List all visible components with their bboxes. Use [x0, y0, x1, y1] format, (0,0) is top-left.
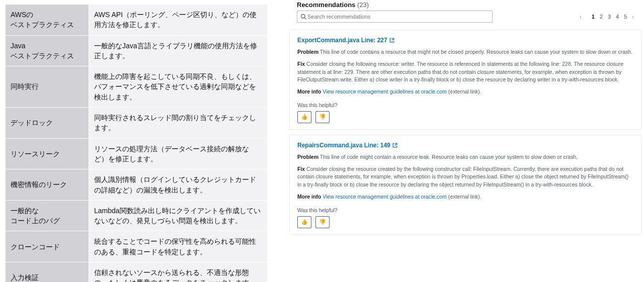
row-desc: 同時実行されるスレッド間の割り当てをチェックします。	[89, 108, 268, 139]
panel-title-text: Recommendations	[297, 1, 355, 9]
fix-label: Fix	[297, 61, 305, 67]
thumbs-up-button[interactable]: 👍	[297, 111, 311, 123]
fix-row: Fix Consider closing the resource create…	[297, 165, 633, 189]
pager-page[interactable]: 5	[624, 14, 627, 20]
fix-text: Consider closing the resource created by…	[297, 166, 628, 188]
row-desc: 信頼されないソースから送られる、不適当な形態の、もしくは悪意のあるデータをチェッ…	[89, 262, 268, 282]
file-link-text: RepairsCommand.java Line: 149	[297, 142, 390, 149]
row-desc: 機能上の障害を起こしている同期不良、もしくは、パフォーマンスを低下させている過剰…	[89, 66, 268, 108]
problem-text: This line of code might contain a resour…	[320, 154, 578, 160]
row-label: クローンコード	[6, 231, 89, 262]
file-link[interactable]: RepairsCommand.java Line: 149	[297, 142, 397, 149]
search-icon	[300, 14, 306, 20]
file-link[interactable]: ExportCommand.java Line: 227	[297, 37, 394, 44]
row-desc: Lambda関数読み出し時にクライアントを作成していないなどの、発見しづらい問題…	[89, 200, 268, 231]
table-row: 機密情報のリーク個人識別情報（ログインしているクレジットカードの詳細など）の漏洩…	[6, 169, 268, 201]
table-row: Javaベストプラクティス一般的なJava言語とライブラリ機能の使用方法を修正し…	[6, 35, 268, 66]
row-label: 機密情報のリーク	[6, 169, 89, 201]
fix-label: Fix	[297, 166, 305, 172]
thumbs: 👍👎	[297, 216, 633, 228]
thumbs-up-button[interactable]: 👍	[297, 216, 311, 228]
recommendations-panel: Recommendations (23) ‹ 12345 › ExportCom…	[289, 0, 641, 240]
moreinfo-link[interactable]: View resource management guidelines at o…	[323, 88, 447, 95]
problem-label: Problem	[297, 49, 318, 55]
svg-point-0	[301, 15, 305, 19]
moreinfo-label: More info	[297, 88, 321, 95]
row-label: デッドロック	[6, 108, 89, 139]
svg-line-1	[304, 18, 306, 19]
pager-page[interactable]: 4	[616, 14, 619, 20]
pager: ‹ 12345 ›	[580, 14, 634, 20]
row-label: 一般的なコード上のバグ	[6, 200, 89, 231]
table-row: リソースリークリソースの処理方法（データベース接続の解放など）を修正します。	[6, 138, 268, 169]
row-label: リソースリーク	[6, 138, 89, 169]
panel-count: (23)	[357, 1, 369, 9]
table-row: デッドロック同時実行されるスレッド間の割り当てをチェックします。	[6, 108, 268, 139]
file-link-text: ExportCommand.java Line: 227	[297, 37, 387, 44]
table-row: 一般的なコード上のバグLambda関数読み出し時にクライアントを作成していないな…	[6, 200, 268, 231]
pager-next-icon[interactable]: ›	[632, 14, 634, 20]
pager-prev-icon[interactable]: ‹	[580, 14, 582, 20]
pager-page[interactable]: 2	[600, 14, 603, 20]
helpful-label: Was this helpful?	[297, 102, 633, 108]
search-input[interactable]	[306, 13, 489, 20]
thumbs-down-button[interactable]: 👎	[315, 111, 330, 123]
thumbs-down-button[interactable]: 👎	[315, 216, 330, 228]
problem-row: Problem This line of code might contain …	[297, 153, 633, 161]
external-link-icon	[389, 38, 394, 43]
thumbs-down-icon: 👎	[319, 114, 326, 120]
row-desc: 統合することでコードの保守性を高められる可能性のある、重複コードを特定します。	[89, 231, 268, 262]
row-desc: リソースの処理方法（データベース接続の解放など）を修正します。	[89, 138, 268, 169]
fix-text: Consider closing the following resource:…	[297, 61, 623, 83]
problem-label: Problem	[297, 154, 318, 160]
helpful-label: Was this helpful?	[297, 207, 633, 213]
search-box[interactable]	[297, 11, 493, 23]
moreinfo-label: More info	[297, 194, 321, 200]
moreinfo-suffix: (external link).	[447, 194, 481, 200]
external-link-icon	[392, 143, 397, 148]
row-label: Javaベストプラクティス	[6, 35, 89, 66]
row-label: 同時実行	[6, 66, 89, 108]
moreinfo-row: More info View resource management guide…	[297, 193, 633, 201]
pager-page[interactable]: 3	[608, 14, 611, 20]
moreinfo-link[interactable]: View resource management guidelines at o…	[323, 194, 447, 200]
table-row: 同時実行機能上の障害を起こしている同期不良、もしくは、パフォーマンスを低下させて…	[6, 66, 268, 108]
moreinfo-suffix: (external link).	[447, 88, 481, 95]
problem-row: Problem This line of code contains a res…	[297, 48, 633, 56]
table-row: 入力検証信頼されないソースから送られる、不適当な形態の、もしくは悪意のあるデータ…	[6, 262, 268, 282]
best-practices-table: AWSのベストプラクティスAWS API（ポーリング、ページ区切り、など）の使用…	[5, 4, 268, 282]
moreinfo-row: More info View resource management guide…	[297, 88, 633, 96]
row-desc: 個人識別情報（ログインしているクレジットカードの詳細など）の漏洩を検出します。	[89, 169, 268, 201]
panel-title: Recommendations (23)	[297, 1, 634, 9]
problem-text: This line of code contains a resource th…	[320, 49, 632, 55]
recommendation-card: RepairsCommand.java Line: 149 Problem Th…	[289, 135, 641, 235]
row-label: 入力検証	[6, 262, 89, 282]
thumbs-down-icon: 👎	[319, 219, 326, 225]
row-label: AWSのベストプラクティス	[6, 5, 89, 36]
recommendation-card: ExportCommand.java Line: 227 Problem Thi…	[289, 30, 641, 130]
row-desc: 一般的なJava言語とライブラリ機能の使用方法を修正します。	[89, 35, 268, 66]
fix-row: Fix Consider closing the following resou…	[297, 60, 633, 84]
pager-page[interactable]: 1	[592, 14, 595, 20]
row-desc: AWS API（ポーリング、ページ区切り、など）の使用方法を修正します。	[89, 5, 268, 36]
table-row: クローンコード統合することでコードの保守性を高められる可能性のある、重複コードを…	[6, 231, 268, 262]
thumbs-up-icon: 👍	[301, 219, 308, 225]
thumbs-up-icon: 👍	[301, 114, 308, 120]
thumbs: 👍👎	[297, 111, 633, 123]
table-row: AWSのベストプラクティスAWS API（ポーリング、ページ区切り、など）の使用…	[6, 5, 268, 36]
